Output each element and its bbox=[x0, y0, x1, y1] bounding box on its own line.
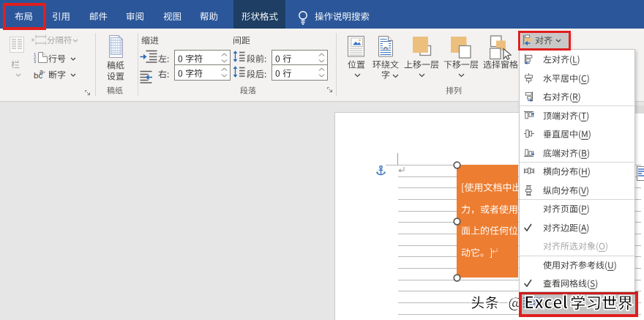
svg-text:a-: a- bbox=[40, 68, 45, 75]
svg-text:3: 3 bbox=[34, 59, 36, 63]
